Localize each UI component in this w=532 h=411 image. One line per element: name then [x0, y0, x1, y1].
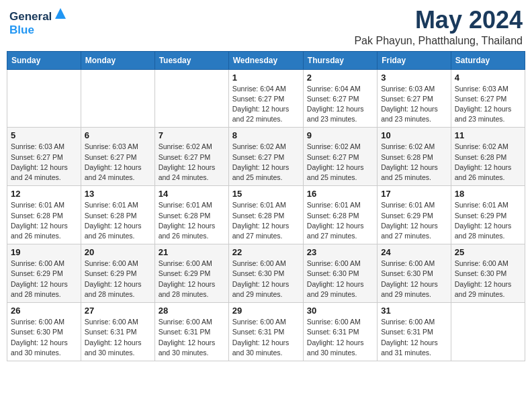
calendar-cell: 23Sunrise: 6:00 AM Sunset: 6:30 PM Dayli… [303, 244, 377, 303]
day-number: 26 [11, 306, 77, 316]
calendar-cell: 29Sunrise: 6:00 AM Sunset: 6:31 PM Dayli… [228, 303, 303, 361]
calendar-cell: 28Sunrise: 6:00 AM Sunset: 6:31 PM Dayli… [154, 303, 228, 361]
calendar-week-row: 5Sunrise: 6:03 AM Sunset: 6:27 PM Daylig… [7, 128, 525, 186]
calendar-cell: 7Sunrise: 6:02 AM Sunset: 6:27 PM Daylig… [154, 128, 228, 186]
day-number: 9 [307, 130, 373, 140]
day-info: Sunrise: 6:00 AM Sunset: 6:30 PM Dayligh… [381, 259, 447, 300]
day-number: 29 [232, 306, 300, 316]
day-info: Sunrise: 6:01 AM Sunset: 6:28 PM Dayligh… [232, 200, 300, 241]
day-info: Sunrise: 6:04 AM Sunset: 6:27 PM Dayligh… [232, 84, 300, 125]
day-info: Sunrise: 6:02 AM Sunset: 6:28 PM Dayligh… [381, 142, 447, 183]
calendar-cell: 10Sunrise: 6:02 AM Sunset: 6:28 PM Dayli… [378, 128, 451, 186]
calendar-cell: 5Sunrise: 6:03 AM Sunset: 6:27 PM Daylig… [7, 128, 81, 186]
day-number: 24 [381, 247, 447, 257]
calendar-week-row: 19Sunrise: 6:00 AM Sunset: 6:29 PM Dayli… [7, 244, 525, 303]
calendar-cell: 8Sunrise: 6:02 AM Sunset: 6:27 PM Daylig… [228, 128, 303, 186]
day-info: Sunrise: 6:00 AM Sunset: 6:31 PM Dayligh… [232, 317, 300, 358]
day-info: Sunrise: 6:01 AM Sunset: 6:28 PM Dayligh… [85, 200, 151, 241]
day-number: 12 [11, 189, 77, 199]
day-number: 23 [307, 247, 373, 257]
calendar-cell: 21Sunrise: 6:00 AM Sunset: 6:29 PM Dayli… [154, 244, 228, 303]
calendar-cell: 17Sunrise: 6:01 AM Sunset: 6:29 PM Dayli… [378, 186, 451, 244]
day-number: 22 [232, 247, 300, 257]
day-number: 3 [381, 73, 447, 83]
weekday-header: Wednesday [228, 51, 303, 69]
day-info: Sunrise: 6:02 AM Sunset: 6:27 PM Dayligh… [232, 142, 300, 183]
calendar-cell: 31Sunrise: 6:00 AM Sunset: 6:31 PM Dayli… [378, 303, 451, 361]
calendar-cell: 6Sunrise: 6:03 AM Sunset: 6:27 PM Daylig… [81, 128, 154, 186]
day-info: Sunrise: 6:00 AM Sunset: 6:31 PM Dayligh… [307, 317, 373, 358]
day-number: 28 [159, 306, 225, 316]
calendar-cell: 25Sunrise: 6:00 AM Sunset: 6:30 PM Dayli… [451, 244, 525, 303]
day-info: Sunrise: 6:01 AM Sunset: 6:29 PM Dayligh… [381, 200, 447, 241]
calendar-cell: 19Sunrise: 6:00 AM Sunset: 6:29 PM Dayli… [7, 244, 81, 303]
day-number: 5 [11, 130, 77, 140]
calendar-table: SundayMondayTuesdayWednesdayThursdayFrid… [7, 51, 525, 361]
day-number: 20 [85, 247, 151, 257]
day-info: Sunrise: 6:00 AM Sunset: 6:30 PM Dayligh… [232, 259, 300, 300]
calendar-cell: 1Sunrise: 6:04 AM Sunset: 6:27 PM Daylig… [228, 69, 303, 128]
day-info: Sunrise: 6:02 AM Sunset: 6:28 PM Dayligh… [455, 142, 521, 183]
day-number: 11 [455, 130, 521, 140]
weekday-header: Sunday [7, 51, 81, 69]
day-number: 10 [381, 130, 447, 140]
day-info: Sunrise: 6:00 AM Sunset: 6:31 PM Dayligh… [85, 317, 151, 358]
day-info: Sunrise: 6:00 AM Sunset: 6:31 PM Dayligh… [159, 317, 225, 358]
day-info: Sunrise: 6:03 AM Sunset: 6:27 PM Dayligh… [85, 142, 151, 183]
calendar-cell: 27Sunrise: 6:00 AM Sunset: 6:31 PM Dayli… [81, 303, 154, 361]
day-number: 31 [381, 306, 447, 316]
calendar-cell [81, 69, 154, 128]
calendar-week-row: 1Sunrise: 6:04 AM Sunset: 6:27 PM Daylig… [7, 69, 525, 128]
day-number: 4 [455, 73, 521, 83]
weekday-header: Saturday [451, 51, 525, 69]
day-info: Sunrise: 6:01 AM Sunset: 6:29 PM Dayligh… [455, 200, 521, 241]
day-number: 16 [307, 189, 373, 199]
logo: General Blue [9, 7, 70, 38]
day-info: Sunrise: 6:00 AM Sunset: 6:29 PM Dayligh… [11, 259, 77, 300]
weekday-header: Tuesday [154, 51, 228, 69]
day-number: 18 [455, 189, 521, 199]
day-info: Sunrise: 6:01 AM Sunset: 6:28 PM Dayligh… [307, 200, 373, 241]
svg-marker-1 [55, 8, 66, 19]
calendar-cell: 24Sunrise: 6:00 AM Sunset: 6:30 PM Dayli… [378, 244, 451, 303]
day-info: Sunrise: 6:04 AM Sunset: 6:27 PM Dayligh… [307, 84, 373, 125]
month-title: May 2024 [354, 7, 523, 34]
calendar-cell [154, 69, 228, 128]
page-header: General Blue May 2024 Pak Phayun, Phatth… [7, 7, 525, 47]
day-info: Sunrise: 6:00 AM Sunset: 6:29 PM Dayligh… [159, 259, 225, 300]
logo-svg: General Blue [9, 7, 70, 38]
calendar-header-row: SundayMondayTuesdayWednesdayThursdayFrid… [7, 51, 525, 69]
day-number: 7 [159, 130, 225, 140]
calendar-cell [7, 69, 81, 128]
day-number: 30 [307, 306, 373, 316]
day-info: Sunrise: 6:00 AM Sunset: 6:31 PM Dayligh… [381, 317, 447, 358]
day-info: Sunrise: 6:03 AM Sunset: 6:27 PM Dayligh… [381, 84, 447, 125]
calendar-cell: 14Sunrise: 6:01 AM Sunset: 6:28 PM Dayli… [154, 186, 228, 244]
day-info: Sunrise: 6:00 AM Sunset: 6:30 PM Dayligh… [11, 317, 77, 358]
day-number: 2 [307, 73, 373, 83]
day-info: Sunrise: 6:03 AM Sunset: 6:27 PM Dayligh… [455, 84, 521, 125]
calendar-cell: 30Sunrise: 6:00 AM Sunset: 6:31 PM Dayli… [303, 303, 377, 361]
day-number: 21 [159, 247, 225, 257]
weekday-header: Friday [378, 51, 451, 69]
day-number: 25 [455, 247, 521, 257]
svg-text:General: General [9, 10, 52, 23]
calendar-cell: 11Sunrise: 6:02 AM Sunset: 6:28 PM Dayli… [451, 128, 525, 186]
day-info: Sunrise: 6:02 AM Sunset: 6:27 PM Dayligh… [159, 142, 225, 183]
calendar-cell: 9Sunrise: 6:02 AM Sunset: 6:27 PM Daylig… [303, 128, 377, 186]
day-info: Sunrise: 6:03 AM Sunset: 6:27 PM Dayligh… [11, 142, 77, 183]
day-info: Sunrise: 6:00 AM Sunset: 6:30 PM Dayligh… [307, 259, 373, 300]
weekday-header: Thursday [303, 51, 377, 69]
calendar-week-row: 26Sunrise: 6:00 AM Sunset: 6:30 PM Dayli… [7, 303, 525, 361]
calendar-cell: 13Sunrise: 6:01 AM Sunset: 6:28 PM Dayli… [81, 186, 154, 244]
day-number: 27 [85, 306, 151, 316]
calendar-cell: 12Sunrise: 6:01 AM Sunset: 6:28 PM Dayli… [7, 186, 81, 244]
calendar-cell: 22Sunrise: 6:00 AM Sunset: 6:30 PM Dayli… [228, 244, 303, 303]
day-info: Sunrise: 6:00 AM Sunset: 6:30 PM Dayligh… [455, 259, 521, 300]
day-number: 13 [85, 189, 151, 199]
day-info: Sunrise: 6:01 AM Sunset: 6:28 PM Dayligh… [159, 200, 225, 241]
location-title: Pak Phayun, Phatthalung, Thailand [354, 35, 523, 47]
svg-text:Blue: Blue [9, 24, 34, 36]
day-number: 6 [85, 130, 151, 140]
day-info: Sunrise: 6:02 AM Sunset: 6:27 PM Dayligh… [307, 142, 373, 183]
